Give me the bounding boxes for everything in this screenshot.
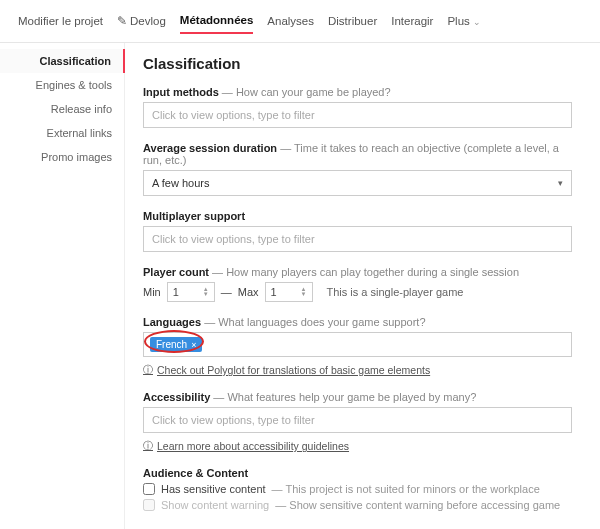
nav-distribute[interactable]: Distribuer <box>328 9 377 33</box>
min-input[interactable]: 1 ▲▼ <box>167 282 215 302</box>
multiplayer-label: Multiplayer support <box>143 210 245 222</box>
nav-more[interactable]: Plus ⌄ <box>447 9 481 33</box>
input-methods-hint: — How can your game be played? <box>222 86 391 98</box>
nav-devlog[interactable]: ✎Devlog <box>117 8 166 34</box>
nav-analytics[interactable]: Analyses <box>267 9 314 33</box>
pencil-icon: ✎ <box>117 15 127 27</box>
sensitive-hint: — This project is not suited for minors … <box>272 483 540 495</box>
info-icon: ⓘ <box>143 439 153 453</box>
chevron-down-icon: ⌄ <box>473 17 481 27</box>
dash: — <box>221 286 232 298</box>
page-title: Classification <box>143 55 572 72</box>
language-tag-french[interactable]: French × <box>150 337 202 352</box>
min-label: Min <box>143 286 161 298</box>
player-count-note: This is a single-player game <box>327 286 464 298</box>
spinner-icon[interactable]: ▲▼ <box>301 287 307 297</box>
session-label: Average session duration <box>143 142 277 154</box>
sensitive-checkbox[interactable] <box>143 483 155 495</box>
input-methods-field[interactable]: Click to view options, type to filter <box>143 102 572 128</box>
nav-metadata[interactable]: Métadonnées <box>180 8 254 34</box>
warning-hint: — Show sensitive content warning before … <box>275 499 560 511</box>
languages-hint: — What languages does your game support? <box>204 316 425 328</box>
spinner-icon[interactable]: ▲▼ <box>203 287 209 297</box>
languages-label: Languages <box>143 316 201 328</box>
session-select[interactable]: A few hours ▾ <box>143 170 572 196</box>
multiplayer-field[interactable]: Click to view options, type to filter <box>143 226 572 252</box>
sidebar: Classification Engines & tools Release i… <box>0 43 125 529</box>
caret-down-icon: ▾ <box>558 178 563 188</box>
remove-tag-icon[interactable]: × <box>191 340 196 350</box>
player-count-label: Player count <box>143 266 209 278</box>
nav-interact[interactable]: Interagir <box>391 9 433 33</box>
max-label: Max <box>238 286 259 298</box>
main-content: Classification Input methods — How can y… <box>125 43 600 529</box>
languages-field[interactable]: French × <box>143 332 572 357</box>
sidebar-item-promo[interactable]: Promo images <box>0 145 124 169</box>
session-value: A few hours <box>152 177 209 189</box>
polyglot-link[interactable]: ⓘ Check out Polyglot for translations of… <box>143 363 572 377</box>
accessibility-field[interactable]: Click to view options, type to filter <box>143 407 572 433</box>
player-count-hint: — How many players can play together dur… <box>212 266 519 278</box>
nav-edit-project[interactable]: Modifier le projet <box>18 9 103 33</box>
warning-checkbox <box>143 499 155 511</box>
sidebar-item-external[interactable]: External links <box>0 121 124 145</box>
max-input[interactable]: 1 ▲▼ <box>265 282 313 302</box>
sidebar-item-engines[interactable]: Engines & tools <box>0 73 124 97</box>
sidebar-item-release[interactable]: Release info <box>0 97 124 121</box>
accessibility-label: Accessibility <box>143 391 210 403</box>
audience-label: Audience & Content <box>143 467 248 479</box>
input-methods-label: Input methods <box>143 86 219 98</box>
info-icon: ⓘ <box>143 363 153 377</box>
accessibility-hint: — What features help your game be played… <box>213 391 476 403</box>
accessibility-guidelines-link[interactable]: ⓘ Learn more about accessibility guideli… <box>143 439 572 453</box>
top-nav: Modifier le projet ✎Devlog Métadonnées A… <box>0 0 600 43</box>
sensitive-label: Has sensitive content <box>161 483 266 495</box>
sidebar-item-classification[interactable]: Classification <box>0 49 125 73</box>
warning-label: Show content warning <box>161 499 269 511</box>
